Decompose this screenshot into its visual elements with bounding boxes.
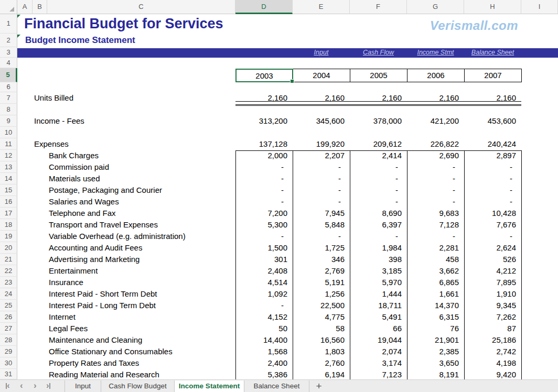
cell-H26[interactable]: 7,262 (464, 311, 521, 323)
cell-E19[interactable]: - (293, 231, 350, 242)
cell-G29[interactable]: 2,385 (407, 346, 464, 357)
cell-G27[interactable]: 76 (407, 323, 464, 334)
row-header-22[interactable]: 22 (0, 265, 17, 277)
cell-H17[interactable]: 10,428 (464, 208, 521, 219)
cell-D17[interactable]: 7,200 (235, 208, 293, 219)
cell-G12[interactable]: 2,690 (407, 150, 464, 161)
cell-D13[interactable]: - (235, 161, 293, 173)
row-label-7[interactable]: Units Billed (34, 92, 73, 104)
cell-D23[interactable]: 4,514 (235, 277, 293, 288)
cell-H15[interactable]: - (464, 184, 521, 196)
cell-E7[interactable]: 2,160 (293, 92, 350, 104)
year-cell-H5[interactable]: 2007 (464, 69, 522, 82)
column-header-B[interactable]: B (33, 0, 47, 14)
cell-H27[interactable]: 87 (464, 323, 521, 334)
row-header-21[interactable]: 21 (0, 254, 17, 265)
cell-G31[interactable]: 8,191 (407, 369, 464, 380)
cell-E9[interactable]: 345,600 (293, 115, 350, 127)
cell-F9[interactable]: 378,000 (350, 115, 407, 127)
row-label-20[interactable]: Accounting and Audit Fees (49, 242, 142, 254)
cell-F24[interactable]: 1,444 (350, 288, 407, 300)
row-header-30[interactable]: 30 (0, 357, 17, 369)
cell-E23[interactable]: 5,191 (293, 277, 350, 288)
row-header-29[interactable]: 29 (0, 346, 17, 357)
year-cell-G5[interactable]: 2006 (407, 69, 465, 82)
last-sheet-icon[interactable]: › (46, 380, 50, 392)
cell-F7[interactable]: 2,160 (350, 92, 407, 104)
row-label-27[interactable]: Legal Fees (49, 323, 88, 334)
cell-E27[interactable]: 58 (293, 323, 350, 334)
quick-link-balance-sheet[interactable]: Balance Sheet (464, 48, 521, 58)
row-header-5[interactable]: 5 (0, 68, 17, 82)
cell-D26[interactable]: 4,152 (235, 311, 293, 323)
cell-E25[interactable]: 22,500 (293, 300, 350, 311)
row-header-14[interactable]: 14 (0, 173, 17, 184)
cell-F11[interactable]: 209,612 (350, 138, 407, 150)
cell-D14[interactable]: - (235, 173, 293, 184)
cell-D16[interactable]: - (235, 196, 293, 208)
row-header-1[interactable]: 1 (0, 14, 17, 34)
cell-E21[interactable]: 346 (293, 254, 350, 265)
add-sheet-button[interactable]: + (310, 380, 327, 392)
row-label-28[interactable]: Maintenance and Cleaning (49, 334, 142, 346)
previous-sheet-icon[interactable]: ‹ (20, 380, 23, 392)
row-header-23[interactable]: 23 (0, 277, 17, 288)
cell-E13[interactable]: - (293, 161, 350, 173)
cell-F18[interactable]: 6,397 (350, 219, 407, 231)
quick-link-input[interactable]: Input (293, 48, 350, 58)
sheet-tab-income-statement[interactable]: Income Statement (175, 380, 244, 392)
row-label-21[interactable]: Advertising and Marketing (49, 254, 140, 265)
cell-F26[interactable]: 5,491 (350, 311, 407, 323)
cell-F30[interactable]: 3,174 (350, 357, 407, 369)
row-header-9[interactable]: 9 (0, 115, 17, 127)
cell-F22[interactable]: 3,185 (350, 265, 407, 277)
row-label-18[interactable]: Transport and Travel Expenses (49, 219, 158, 231)
quick-link-cash-flow[interactable]: Cash Flow (350, 48, 407, 58)
row-label-13[interactable]: Commission paid (49, 161, 109, 173)
cell-F31[interactable]: 7,123 (350, 369, 407, 380)
cell-G15[interactable]: - (407, 184, 464, 196)
cell-E26[interactable]: 4,775 (293, 311, 350, 323)
cell-H11[interactable]: 240,424 (464, 138, 521, 150)
column-header-I[interactable]: I (521, 0, 558, 14)
row-header-25[interactable]: 25 (0, 300, 17, 311)
cell-D27[interactable]: 50 (235, 323, 293, 334)
cell-D19[interactable]: - (235, 231, 293, 242)
cell-F19[interactable]: - (350, 231, 407, 242)
cell-E12[interactable]: 2,207 (293, 150, 350, 161)
cell-H18[interactable]: 7,676 (464, 219, 521, 231)
cell-F13[interactable]: - (350, 161, 407, 173)
column-header-E[interactable]: E (293, 0, 350, 14)
cell-G21[interactable]: 458 (407, 254, 464, 265)
cell-H23[interactable]: 7,895 (464, 277, 521, 288)
row-header-18[interactable]: 18 (0, 219, 17, 231)
row-label-19[interactable]: Variable Overhead (e.g. administration) (49, 231, 186, 242)
cell-H9[interactable]: 453,600 (464, 115, 521, 127)
row-label-31[interactable]: Reading Material and Research (49, 369, 159, 380)
cell-H22[interactable]: 4,212 (464, 265, 521, 277)
row-header-12[interactable]: 12 (0, 150, 17, 161)
cell-G30[interactable]: 3,650 (407, 357, 464, 369)
cell-D28[interactable]: 14,400 (235, 334, 293, 346)
column-header-H[interactable]: H (464, 0, 521, 14)
cell-E18[interactable]: 5,848 (293, 219, 350, 231)
fill-handle[interactable] (290, 79, 294, 83)
cell-E30[interactable]: 2,760 (293, 357, 350, 369)
cell-F14[interactable]: - (350, 173, 407, 184)
row-label-17[interactable]: Telephone and Fax (49, 208, 116, 219)
cell-D30[interactable]: 2,400 (235, 357, 293, 369)
cell-F28[interactable]: 19,044 (350, 334, 407, 346)
row-label-24[interactable]: Interest Paid - Short Term Debt (49, 288, 157, 300)
cell-E11[interactable]: 199,920 (293, 138, 350, 150)
cell-G9[interactable]: 421,200 (407, 115, 464, 127)
cell-F12[interactable]: 2,414 (350, 150, 407, 161)
row-header-31[interactable]: 31 (0, 369, 17, 379)
cell-G28[interactable]: 21,901 (407, 334, 464, 346)
cell-F17[interactable]: 8,690 (350, 208, 407, 219)
column-header-A[interactable]: A (17, 0, 33, 14)
row-header-17[interactable]: 17 (0, 208, 17, 219)
column-header-C[interactable]: C (47, 0, 235, 14)
row-label-25[interactable]: Interest Paid - Long Term Debt (49, 300, 156, 311)
cell-G24[interactable]: 1,661 (407, 288, 464, 300)
cell-E28[interactable]: 16,560 (293, 334, 350, 346)
